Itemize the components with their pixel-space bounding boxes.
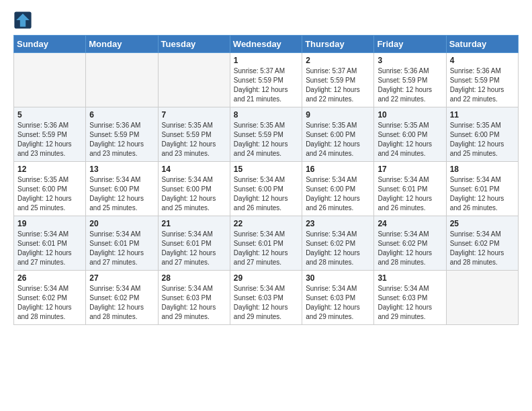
- day-info: Sunrise: 5:34 AM Sunset: 6:01 PM Dayligh…: [378, 175, 442, 213]
- day-info: Sunrise: 5:35 AM Sunset: 6:00 PM Dayligh…: [17, 175, 82, 213]
- day-info: Sunrise: 5:36 AM Sunset: 5:59 PM Dayligh…: [450, 66, 515, 104]
- day-cell: 2Sunrise: 5:37 AM Sunset: 5:59 PM Daylig…: [302, 53, 374, 107]
- day-info: Sunrise: 5:34 AM Sunset: 6:02 PM Dayligh…: [89, 284, 154, 322]
- day-number: 29: [234, 273, 298, 283]
- day-number: 9: [306, 110, 370, 120]
- day-info: Sunrise: 5:34 AM Sunset: 6:00 PM Dayligh…: [234, 175, 298, 213]
- week-row-5: 26Sunrise: 5:34 AM Sunset: 6:02 PM Dayli…: [14, 271, 519, 325]
- day-cell: 4Sunrise: 5:36 AM Sunset: 5:59 PM Daylig…: [446, 53, 518, 107]
- col-header-friday: Friday: [374, 36, 446, 53]
- logo-icon: [13, 11, 32, 30]
- day-cell: 21Sunrise: 5:34 AM Sunset: 6:01 PM Dayli…: [158, 216, 230, 271]
- logo: [13, 11, 35, 30]
- col-header-monday: Monday: [86, 36, 158, 53]
- day-cell: 20Sunrise: 5:34 AM Sunset: 6:01 PM Dayli…: [86, 216, 158, 271]
- day-cell: 14Sunrise: 5:34 AM Sunset: 6:00 PM Dayli…: [158, 162, 230, 216]
- header-row: SundayMondayTuesdayWednesdayThursdayFrid…: [14, 36, 519, 53]
- day-cell: 23Sunrise: 5:34 AM Sunset: 6:02 PM Dayli…: [302, 216, 374, 271]
- day-info: Sunrise: 5:34 AM Sunset: 6:01 PM Dayligh…: [450, 175, 515, 213]
- day-number: 27: [89, 273, 154, 283]
- day-number: 11: [450, 110, 515, 120]
- day-info: Sunrise: 5:34 AM Sunset: 6:01 PM Dayligh…: [17, 230, 82, 267]
- day-cell: 9Sunrise: 5:35 AM Sunset: 6:00 PM Daylig…: [302, 107, 374, 162]
- day-cell: 17Sunrise: 5:34 AM Sunset: 6:01 PM Dayli…: [374, 162, 446, 216]
- day-cell: 31Sunrise: 5:34 AM Sunset: 6:03 PM Dayli…: [374, 271, 446, 325]
- col-header-saturday: Saturday: [446, 36, 518, 53]
- day-cell: 1Sunrise: 5:37 AM Sunset: 5:59 PM Daylig…: [230, 53, 302, 107]
- day-number: 12: [17, 165, 82, 174]
- day-number: 10: [378, 110, 442, 120]
- day-info: Sunrise: 5:35 AM Sunset: 6:00 PM Dayligh…: [378, 121, 442, 158]
- day-info: Sunrise: 5:37 AM Sunset: 5:59 PM Dayligh…: [306, 66, 370, 104]
- day-number: 26: [17, 273, 82, 283]
- week-row-4: 19Sunrise: 5:34 AM Sunset: 6:01 PM Dayli…: [14, 216, 519, 271]
- day-cell: 15Sunrise: 5:34 AM Sunset: 6:00 PM Dayli…: [230, 162, 302, 216]
- day-cell: [158, 53, 230, 107]
- day-info: Sunrise: 5:34 AM Sunset: 6:02 PM Dayligh…: [378, 230, 442, 267]
- header: [13, 11, 519, 30]
- day-info: Sunrise: 5:34 AM Sunset: 6:01 PM Dayligh…: [234, 230, 298, 267]
- day-info: Sunrise: 5:36 AM Sunset: 5:59 PM Dayligh…: [17, 121, 82, 158]
- day-cell: 8Sunrise: 5:35 AM Sunset: 5:59 PM Daylig…: [230, 107, 302, 162]
- day-cell: 19Sunrise: 5:34 AM Sunset: 6:01 PM Dayli…: [14, 216, 86, 271]
- day-info: Sunrise: 5:34 AM Sunset: 6:02 PM Dayligh…: [17, 284, 82, 322]
- day-number: 18: [450, 165, 515, 174]
- day-cell: [86, 53, 158, 107]
- day-number: 30: [306, 273, 370, 283]
- day-cell: 16Sunrise: 5:34 AM Sunset: 6:00 PM Dayli…: [302, 162, 374, 216]
- day-number: 15: [234, 165, 298, 174]
- col-header-wednesday: Wednesday: [230, 36, 302, 53]
- day-cell: [446, 271, 518, 325]
- day-cell: 18Sunrise: 5:34 AM Sunset: 6:01 PM Dayli…: [446, 162, 518, 216]
- day-number: 4: [450, 56, 515, 65]
- day-cell: 22Sunrise: 5:34 AM Sunset: 6:01 PM Dayli…: [230, 216, 302, 271]
- day-info: Sunrise: 5:35 AM Sunset: 5:59 PM Dayligh…: [234, 121, 298, 158]
- day-cell: 25Sunrise: 5:34 AM Sunset: 6:02 PM Dayli…: [446, 216, 518, 271]
- day-cell: 26Sunrise: 5:34 AM Sunset: 6:02 PM Dayli…: [14, 271, 86, 325]
- day-cell: 28Sunrise: 5:34 AM Sunset: 6:03 PM Dayli…: [158, 271, 230, 325]
- day-number: 28: [162, 273, 226, 283]
- day-number: 16: [306, 165, 370, 174]
- day-info: Sunrise: 5:34 AM Sunset: 6:03 PM Dayligh…: [306, 284, 370, 322]
- day-info: Sunrise: 5:35 AM Sunset: 6:00 PM Dayligh…: [306, 121, 370, 158]
- day-cell: 29Sunrise: 5:34 AM Sunset: 6:03 PM Dayli…: [230, 271, 302, 325]
- day-number: 6: [89, 110, 154, 120]
- day-info: Sunrise: 5:37 AM Sunset: 5:59 PM Dayligh…: [234, 66, 298, 104]
- day-info: Sunrise: 5:34 AM Sunset: 6:02 PM Dayligh…: [450, 230, 515, 267]
- day-number: 5: [17, 110, 82, 120]
- day-cell: 12Sunrise: 5:35 AM Sunset: 6:00 PM Dayli…: [14, 162, 86, 216]
- day-number: 23: [306, 219, 370, 228]
- day-number: 7: [162, 110, 226, 120]
- day-cell: 10Sunrise: 5:35 AM Sunset: 6:00 PM Dayli…: [374, 107, 446, 162]
- week-row-2: 5Sunrise: 5:36 AM Sunset: 5:59 PM Daylig…: [14, 107, 519, 162]
- day-info: Sunrise: 5:34 AM Sunset: 6:00 PM Dayligh…: [89, 175, 154, 213]
- day-cell: 27Sunrise: 5:34 AM Sunset: 6:02 PM Dayli…: [86, 271, 158, 325]
- day-info: Sunrise: 5:34 AM Sunset: 6:02 PM Dayligh…: [306, 230, 370, 267]
- col-header-sunday: Sunday: [14, 36, 86, 53]
- day-number: 21: [162, 219, 226, 228]
- week-row-1: 1Sunrise: 5:37 AM Sunset: 5:59 PM Daylig…: [14, 53, 519, 107]
- day-info: Sunrise: 5:35 AM Sunset: 6:00 PM Dayligh…: [450, 121, 515, 158]
- day-cell: 11Sunrise: 5:35 AM Sunset: 6:00 PM Dayli…: [446, 107, 518, 162]
- day-number: 25: [450, 219, 515, 228]
- col-header-tuesday: Tuesday: [158, 36, 230, 53]
- day-info: Sunrise: 5:34 AM Sunset: 6:03 PM Dayligh…: [162, 284, 226, 322]
- day-info: Sunrise: 5:34 AM Sunset: 6:00 PM Dayligh…: [306, 175, 370, 213]
- day-info: Sunrise: 5:36 AM Sunset: 5:59 PM Dayligh…: [378, 66, 442, 104]
- day-info: Sunrise: 5:34 AM Sunset: 6:03 PM Dayligh…: [378, 284, 442, 322]
- day-cell: 6Sunrise: 5:36 AM Sunset: 5:59 PM Daylig…: [86, 107, 158, 162]
- day-number: 31: [378, 273, 442, 283]
- day-info: Sunrise: 5:34 AM Sunset: 6:01 PM Dayligh…: [89, 230, 154, 267]
- day-info: Sunrise: 5:35 AM Sunset: 5:59 PM Dayligh…: [162, 121, 226, 158]
- day-cell: 13Sunrise: 5:34 AM Sunset: 6:00 PM Dayli…: [86, 162, 158, 216]
- day-info: Sunrise: 5:34 AM Sunset: 6:01 PM Dayligh…: [162, 230, 226, 267]
- day-number: 17: [378, 165, 442, 174]
- day-number: 1: [234, 56, 298, 65]
- day-cell: 3Sunrise: 5:36 AM Sunset: 5:59 PM Daylig…: [374, 53, 446, 107]
- day-number: 13: [89, 165, 154, 174]
- day-cell: 24Sunrise: 5:34 AM Sunset: 6:02 PM Dayli…: [374, 216, 446, 271]
- day-number: 2: [306, 56, 370, 65]
- day-cell: 7Sunrise: 5:35 AM Sunset: 5:59 PM Daylig…: [158, 107, 230, 162]
- day-cell: 5Sunrise: 5:36 AM Sunset: 5:59 PM Daylig…: [14, 107, 86, 162]
- calendar-table: SundayMondayTuesdayWednesdayThursdayFrid…: [13, 35, 519, 325]
